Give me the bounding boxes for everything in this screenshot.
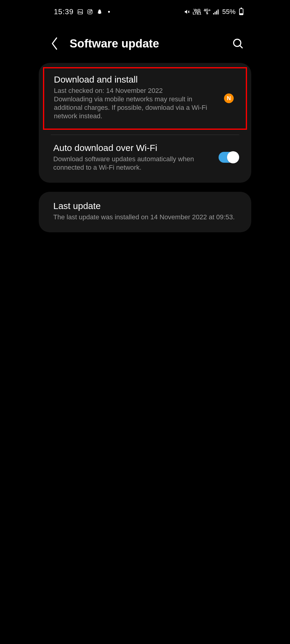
svg-point-3: [91, 10, 92, 11]
battery-icon: [239, 8, 243, 15]
download-install-title: Download and install: [54, 74, 236, 85]
page-title: Software update: [70, 37, 220, 50]
mute-icon: [184, 9, 190, 15]
settings-card-1: Download and install Last checked on: 14…: [39, 63, 251, 183]
app-header: Software update: [38, 19, 252, 63]
status-time: 15:39: [54, 8, 74, 16]
last-update-subtitle: The last update was installed on 14 Nove…: [53, 213, 237, 221]
auto-download-toggle[interactable]: [219, 152, 239, 163]
auto-download-subtitle: Download software updates automatically …: [53, 155, 213, 172]
data-indicator: 4G+ ⇅: [204, 9, 211, 15]
signal-bars-icon: [213, 9, 219, 15]
instagram-icon: [87, 9, 93, 15]
more-indicator-icon: [108, 11, 110, 13]
download-install-subtitle: Last checked on: 14 November 2022 Downlo…: [54, 87, 236, 121]
settings-card-2[interactable]: Last update The last update was installe…: [39, 192, 251, 232]
snapchat-icon: [97, 9, 103, 15]
search-button[interactable]: [231, 37, 245, 50]
auto-download-title: Auto download over Wi-Fi: [53, 143, 213, 153]
notification-badge: N: [224, 93, 234, 103]
gallery-icon: [77, 9, 83, 15]
auto-download-row[interactable]: Auto download over Wi-Fi Download softwa…: [39, 135, 251, 183]
last-update-title: Last update: [53, 201, 237, 211]
volte-indicator: Vo)) LTE1: [193, 9, 201, 15]
back-button[interactable]: [50, 36, 59, 51]
svg-point-2: [89, 11, 91, 13]
status-bar: 15:39 Vo)) LTE1 4G+ ⇅: [38, 4, 252, 19]
download-and-install-row[interactable]: Download and install Last checked on: 14…: [43, 67, 247, 130]
battery-percent: 55%: [222, 8, 236, 16]
